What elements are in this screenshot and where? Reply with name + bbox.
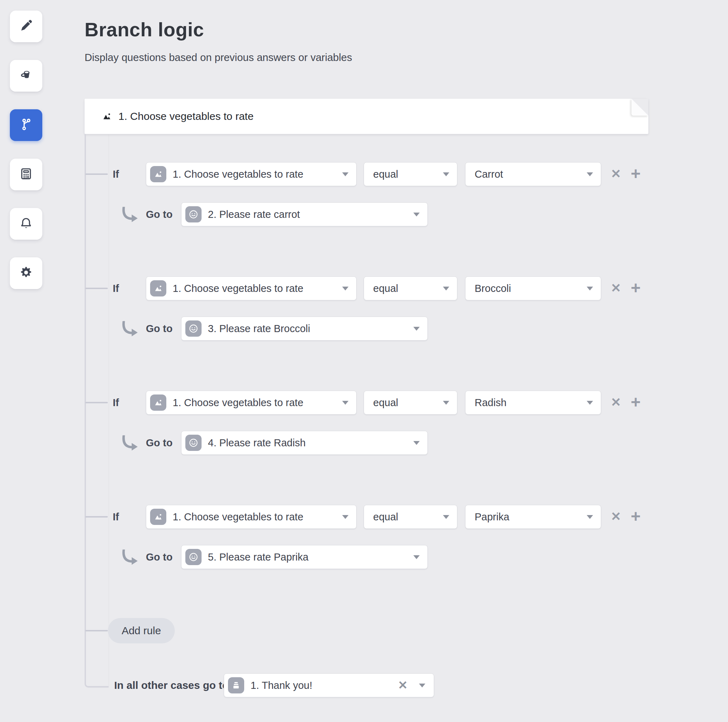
- question-dropdown[interactable]: 1. Choose vegetables to rate: [146, 505, 356, 529]
- curved-arrow-icon: [120, 433, 139, 454]
- caret-down-icon: [587, 287, 593, 290]
- connector-stub: [85, 173, 108, 175]
- add-rule-label: Add rule: [122, 625, 161, 637]
- question-dropdown[interactable]: 1. Choose vegetables to rate: [146, 391, 356, 415]
- caret-down-icon: [413, 441, 420, 445]
- value-dropdown-value: Carrot: [475, 169, 503, 180]
- image-icon: [150, 166, 166, 182]
- operator-dropdown[interactable]: equal: [364, 276, 457, 300]
- sidebar-item-notifications[interactable]: [10, 208, 42, 240]
- smiley-icon: [185, 320, 202, 337]
- operator-dropdown[interactable]: equal: [364, 505, 457, 529]
- goto-row: Go to 5. Please rate Paprika: [84, 545, 676, 569]
- remove-rule-button[interactable]: ✕: [608, 505, 624, 528]
- source-question-label: 1. Choose vegetables to rate: [118, 110, 254, 122]
- if-row: If 1. Choose vegetables to rate equal Ra…: [84, 391, 676, 415]
- fallback-label: In all other cases go to: [114, 673, 229, 697]
- pencil-icon: [19, 19, 33, 34]
- operator-dropdown[interactable]: equal: [364, 162, 457, 186]
- rule-row: If 1. Choose vegetables to rate equal Ca…: [84, 162, 676, 226]
- value-dropdown[interactable]: Carrot: [465, 162, 601, 186]
- source-question-card: 1. Choose vegetables to rate: [84, 99, 648, 134]
- caret-down-icon: [443, 401, 449, 405]
- remove-rule-button[interactable]: ✕: [608, 276, 624, 300]
- sidebar-item-logic[interactable]: [10, 109, 42, 141]
- caret-down-icon: [413, 327, 420, 331]
- curved-arrow-icon: [120, 319, 139, 339]
- caret-down-icon: [587, 401, 593, 405]
- image-icon: [101, 111, 112, 122]
- goto-label: Go to: [146, 202, 173, 226]
- fallback-target-dropdown[interactable]: 1. Thank you! ✕: [224, 673, 434, 697]
- goto-target-dropdown[interactable]: 3. Please rate Broccoli: [181, 317, 428, 340]
- if-label: If: [113, 391, 119, 415]
- page-subtitle: Display questions based on previous answ…: [84, 52, 352, 63]
- fallback-row: In all other cases go to 1. Thank you! ✕: [84, 673, 676, 697]
- caret-down-icon: [443, 515, 449, 519]
- goto-target-dropdown[interactable]: 4. Please rate Radish: [181, 431, 428, 455]
- caret-down-icon: [413, 213, 420, 216]
- value-dropdown-value: Broccoli: [475, 283, 511, 294]
- smiley-icon: [185, 435, 202, 451]
- operator-dropdown-value: equal: [373, 283, 398, 294]
- question-dropdown-value: 1. Choose vegetables to rate: [173, 169, 303, 180]
- fallback-target-value: 1. Thank you!: [251, 680, 312, 691]
- caret-down-icon: [342, 287, 349, 290]
- question-dropdown-value: 1. Choose vegetables to rate: [173, 283, 303, 294]
- sidebar-item-design[interactable]: [10, 60, 42, 92]
- operator-dropdown-value: equal: [373, 511, 398, 523]
- add-condition-button[interactable]: +: [628, 162, 644, 185]
- statement-icon: [228, 677, 244, 693]
- goto-target-value: 5. Please rate Paprika: [208, 551, 308, 563]
- caret-down-icon: [419, 684, 425, 687]
- question-dropdown[interactable]: 1. Choose vegetables to rate: [146, 276, 356, 300]
- page-title: Branch logic: [84, 20, 352, 40]
- goto-target-dropdown[interactable]: 2. Please rate carrot: [181, 202, 428, 226]
- rule-row: If 1. Choose vegetables to rate equal Pa…: [84, 505, 676, 569]
- add-condition-button[interactable]: +: [628, 391, 644, 414]
- goto-target-value: 2. Please rate carrot: [208, 209, 300, 220]
- goto-target-dropdown[interactable]: 5. Please rate Paprika: [181, 545, 428, 569]
- if-label: If: [113, 162, 119, 186]
- remove-rule-button[interactable]: ✕: [608, 162, 624, 185]
- smiley-icon: [185, 206, 202, 222]
- sidebar-item-edit[interactable]: [10, 11, 42, 42]
- goto-row: Go to 2. Please rate carrot: [84, 202, 676, 226]
- if-row: If 1. Choose vegetables to rate equal Br…: [84, 276, 676, 300]
- caret-down-icon: [587, 515, 593, 519]
- caret-down-icon: [342, 172, 349, 176]
- goto-label: Go to: [146, 317, 173, 340]
- sidebar-item-settings[interactable]: [10, 258, 42, 289]
- value-dropdown[interactable]: Radish: [465, 391, 601, 415]
- value-dropdown-value: Radish: [475, 397, 506, 409]
- question-dropdown-value: 1. Choose vegetables to rate: [173, 397, 303, 409]
- goto-target-value: 4. Please rate Radish: [208, 437, 306, 449]
- goto-target-value: 3. Please rate Broccoli: [208, 323, 310, 334]
- smiley-icon: [185, 549, 202, 565]
- image-icon: [150, 509, 166, 525]
- add-condition-button[interactable]: +: [628, 505, 644, 528]
- image-icon: [150, 280, 166, 296]
- goto-label: Go to: [146, 545, 173, 569]
- value-dropdown[interactable]: Broccoli: [465, 276, 601, 300]
- question-dropdown[interactable]: 1. Choose vegetables to rate: [146, 162, 356, 186]
- caret-down-icon: [443, 287, 449, 290]
- operator-dropdown[interactable]: equal: [364, 391, 457, 415]
- goto-label: Go to: [146, 431, 173, 455]
- remove-rule-button[interactable]: ✕: [608, 391, 624, 414]
- caret-down-icon: [342, 401, 349, 405]
- sidebar-item-calculator[interactable]: [10, 159, 42, 190]
- connector-stub: [85, 402, 108, 403]
- value-dropdown-value: Paprika: [475, 511, 509, 523]
- branch-logic-page: { "page": { "title": "Branch logic", "su…: [0, 0, 728, 722]
- page-header: Branch logic Display questions based on …: [84, 20, 352, 63]
- connector-stub: [85, 516, 108, 518]
- caret-down-icon: [587, 172, 593, 176]
- add-condition-button[interactable]: +: [628, 276, 644, 300]
- bell-icon: [19, 216, 33, 231]
- add-rule-button[interactable]: Add rule: [108, 618, 175, 643]
- clear-fallback-button[interactable]: ✕: [398, 674, 408, 697]
- value-dropdown[interactable]: Paprika: [465, 505, 601, 529]
- if-label: If: [113, 276, 119, 300]
- connector-stub: [85, 630, 108, 632]
